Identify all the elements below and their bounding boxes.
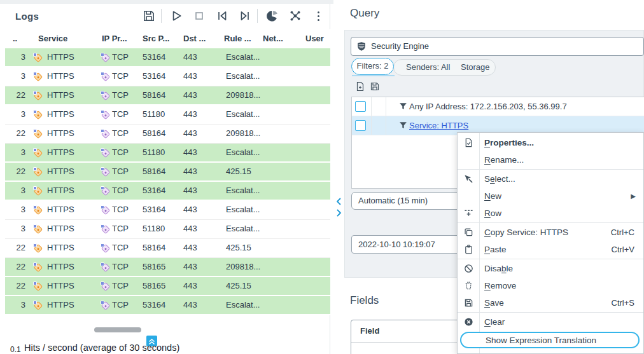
chart-icon[interactable] [266, 10, 279, 22]
log-dst-port: 443 [183, 125, 197, 142]
menu-item-clear[interactable]: Clear [458, 313, 643, 330]
tcp-protocol-icon [101, 205, 111, 215]
filter-row[interactable]: Any IP Address: 172.2.156.203, 55.36.99.… [352, 97, 644, 116]
log-row[interactable]: 22HTTPSTCP58165443209818... [5, 258, 330, 277]
filter-checkbox[interactable] [355, 101, 366, 112]
save-icon[interactable] [143, 10, 155, 22]
log-service: HTTPS [47, 48, 74, 66]
collapse-panel-icon[interactable] [335, 197, 342, 206]
log-row[interactable]: 3HTTPSTCP51180443Escalat... [5, 144, 330, 163]
column-header-src-p[interactable]: Src P... [143, 29, 169, 48]
tab-senders[interactable]: Senders: All [406, 59, 450, 76]
submenu-arrow-icon: ▶ [631, 193, 637, 200]
tcp-protocol-icon [101, 129, 111, 139]
network-view-icon[interactable] [289, 10, 302, 22]
menu-item-label: Copy Service: HTTPS [484, 228, 568, 237]
log-count: 3 [8, 106, 25, 123]
tab-storage[interactable]: Storage [461, 59, 490, 76]
skip-to-start-icon[interactable] [216, 10, 228, 22]
clear-icon [464, 317, 473, 327]
log-row[interactable]: 3HTTPSTCP53164443Escalat... [5, 67, 330, 86]
log-ip-protocol: TCP [112, 48, 129, 66]
log-count: 22 [8, 86, 25, 104]
chart-axis-tick: 0.1 [10, 345, 21, 354]
new-filter-icon[interactable] [355, 81, 365, 92]
log-service: HTTPS [47, 258, 74, 276]
context-menu: Properties...Rename...Select...New▶RowCo… [457, 132, 644, 354]
tcp-protocol-icon [101, 282, 111, 292]
log-src-port: 53164 [143, 48, 165, 66]
https-service-icon [33, 72, 43, 82]
tcp-protocol-icon [101, 148, 111, 158]
log-row[interactable]: 22HTTPSTCP58164443425.15 [5, 239, 330, 258]
run-query-icon[interactable] [170, 10, 183, 22]
log-rule: Escalat... [226, 67, 260, 85]
more-options-icon[interactable] [316, 10, 321, 22]
log-row[interactable]: 3HTTPSTCP51180443Escalat... [5, 106, 330, 125]
filter-funnel-icon [399, 102, 407, 111]
remove-icon [464, 281, 473, 290]
logs-panel: Logs ..ServiceIP Pr...Src P...Dst ...Rul… [5, 4, 330, 354]
log-count: 22 [8, 239, 25, 257]
column-header-dst[interactable]: Dst ... [183, 29, 206, 48]
log-row[interactable]: 22HTTPSTCP58164443209818... [5, 86, 330, 106]
filter-checkbox[interactable] [355, 120, 366, 131]
log-ip-protocol: TCP [112, 182, 129, 200]
log-src-port: 58164 [143, 163, 165, 180]
column-header-[interactable]: .. [13, 29, 17, 48]
column-header-user[interactable]: User [305, 29, 324, 48]
menu-item-row[interactable]: Row [458, 205, 643, 222]
menu-item-show-expression-translation[interactable]: Show Expression Translation [460, 332, 640, 348]
https-service-icon [33, 167, 43, 177]
log-row[interactable]: 3HTTPSTCP53164443Escalat... [5, 201, 330, 220]
menu-item-select[interactable]: Select... [458, 170, 643, 187]
log-row[interactable]: 3HTTPSTCP53164443Escalat... [5, 48, 330, 67]
log-dst-port: 443 [183, 86, 197, 104]
log-dst-port: 443 [183, 106, 197, 123]
tcp-protocol-icon [101, 167, 111, 177]
menu-item-paste[interactable]: PasteCtrl+V [458, 241, 643, 258]
save-filter-icon[interactable] [370, 81, 380, 92]
log-rule: Escalat... [226, 144, 260, 161]
column-header-ip-pr[interactable]: IP Pr... [102, 29, 127, 48]
logs-panel-title: Logs [15, 11, 39, 22]
log-ip-protocol: TCP [112, 277, 129, 295]
log-src-port: 58165 [143, 277, 165, 295]
stop-query-icon[interactable] [193, 10, 206, 22]
column-header-net[interactable]: Net... [263, 29, 283, 48]
menu-item-properties[interactable]: Properties... [458, 134, 643, 151]
menu-item-disable[interactable]: Disable [458, 260, 643, 277]
log-rule: 425.15 [226, 277, 251, 295]
grid-divider [386, 97, 386, 116]
log-row[interactable]: 3HTTPSTCP51180443Escalat... [5, 220, 330, 239]
log-count: 22 [8, 277, 25, 295]
expand-panel-icon[interactable] [335, 208, 342, 217]
https-service-icon [33, 205, 43, 215]
horizontal-scrollbar-thumb[interactable] [94, 327, 141, 332]
log-dst-port: 443 [183, 201, 197, 219]
column-header-rule[interactable]: Rule ... [224, 29, 251, 48]
column-header-service[interactable]: Service [38, 29, 67, 48]
log-row[interactable]: 22HTTPSTCP58165443425.15 [5, 277, 330, 296]
log-row[interactable]: 22HTTPSTCP58164443425.15 [5, 163, 330, 182]
menu-item-rename[interactable]: Rename... [458, 151, 643, 168]
log-rule: Escalat... [226, 201, 260, 219]
tab-filters[interactable]: Filters: 2 [351, 58, 394, 75]
fields-column-header[interactable]: Field [360, 326, 379, 336]
log-row[interactable]: 22HTTPSTCP58164443209818... [5, 125, 330, 144]
menu-item-label: Save [484, 298, 504, 308]
menu-item-save[interactable]: SaveCtrl+S [458, 294, 643, 311]
log-row[interactable]: 3HTTPSTCP53164443Escalat... [5, 296, 330, 315]
log-rule: Escalat... [226, 106, 260, 123]
menu-item-label: Show Expression Translation [486, 336, 596, 345]
query-scope-selector[interactable]: Security Engine [351, 37, 644, 56]
log-row[interactable]: 3HTTPSTCP53164443Escalat... [5, 182, 330, 201]
menu-item-new[interactable]: New▶ [458, 187, 643, 205]
https-service-icon [33, 224, 43, 235]
skip-to-end-icon[interactable] [239, 10, 251, 22]
log-src-port: 58164 [143, 86, 165, 104]
menu-item-copy-service-https[interactable]: Copy Service: HTTPSCtrl+C [458, 224, 643, 241]
tcp-protocol-icon [101, 91, 111, 101]
toolbar-separator [257, 9, 258, 23]
menu-item-remove[interactable]: Remove [458, 277, 643, 294]
